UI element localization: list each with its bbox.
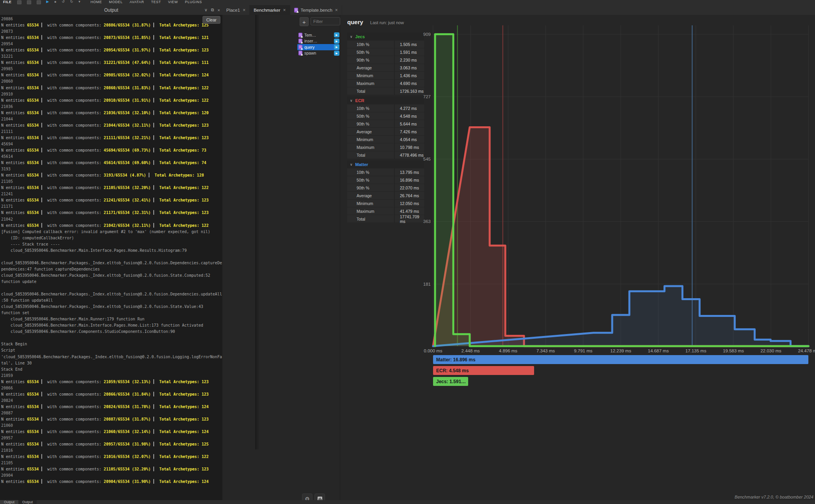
log-line: pendencies:47 function captureDependenci… <box>1 266 222 272</box>
log-text: N entities <box>1 198 27 202</box>
tab-close-icon[interactable]: × <box>243 7 245 13</box>
log-value: Total Archetypes: 123 <box>157 380 208 384</box>
redo-dropdown-icon[interactable]: ▾ <box>78 0 80 4</box>
output-panel-header[interactable]: Output ∨ ⧉ × <box>0 5 222 15</box>
log-value: 65534 <box>27 430 39 434</box>
add-benchmark-button[interactable]: + <box>300 17 309 26</box>
undo-icon[interactable]: ↺ <box>62 0 65 4</box>
popout-icon[interactable]: ⧉ <box>211 7 214 12</box>
stats-label: 10th % <box>347 104 394 112</box>
benchmark-item-label: Tem… <box>304 33 332 37</box>
filter-input[interactable] <box>311 17 340 25</box>
run-benchmark-button[interactable]: ▶ <box>334 39 339 44</box>
ribbon-menu-avatar[interactable]: AVATAR <box>130 0 144 4</box>
run-benchmark-button[interactable]: ▶ <box>334 51 339 56</box>
log-line: cloud_5853950046.Benchmarker.Packages._I… <box>1 260 222 266</box>
log-value: Total Archetypes: 122 <box>157 454 208 459</box>
run-benchmark-button[interactable]: ▶ <box>334 44 339 50</box>
benchmark-item-Tem[interactable]: Tem…▶ <box>297 32 339 38</box>
x-axis-label: 22.030 ms <box>760 348 781 353</box>
log-text: Stack End <box>1 367 22 371</box>
ribbon-menu-home[interactable]: HOME <box>91 0 102 4</box>
bottom-tab-output[interactable]: Output <box>0 500 18 504</box>
log-separator <box>153 35 154 40</box>
stats-value: 26.764 ms <box>394 192 424 199</box>
log-line: 21171 <box>1 203 222 210</box>
tab-place1[interactable]: Place1× <box>222 5 250 15</box>
stats-section-header-jecs[interactable]: ∨Jecs <box>347 33 424 41</box>
log-line: 21044 <box>1 116 222 122</box>
chevron-down-icon[interactable]: ∨ <box>350 163 353 166</box>
play-icon[interactable]: ▶ <box>46 0 49 4</box>
log-text: with common components: <box>45 186 104 190</box>
log-text: N entities <box>1 123 27 127</box>
log-text: N entities <box>1 186 27 190</box>
stats-section-header-matter[interactable]: ∨Matter <box>347 161 424 168</box>
stats-section-name: ECR <box>355 98 364 103</box>
chevron-down-icon[interactable]: ∨ <box>204 7 208 12</box>
log-value: Total Archetypes: 123 <box>157 198 208 202</box>
bottom-tab-output[interactable]: Output <box>18 500 37 504</box>
log-text: N entities <box>1 48 27 52</box>
stats-value: 1.591 ms <box>394 48 424 56</box>
benchmark-item-label: query <box>304 45 332 50</box>
benchmark-item-query[interactable]: query▶ <box>297 44 339 50</box>
stats-value: 12.050 ms <box>394 200 424 207</box>
log-text: with common components: <box>45 198 104 202</box>
ribbon-menu-plugins[interactable]: PLUGINS <box>185 0 202 4</box>
tab-template-bench[interactable]: Template.bench× <box>290 5 342 15</box>
benchmarker-plugin: + Tem…▶inser…▶query▶spawn▶ ⚙ query Last … <box>222 15 815 500</box>
tab-benchmarker[interactable]: Benchmarker× <box>250 5 290 15</box>
log-number: 20887 <box>1 411 13 415</box>
log-value: 20887/65534 (31.87%) <box>104 417 151 421</box>
chevron-down-icon[interactable]: ∨ <box>350 35 353 39</box>
log-value: 21044/65534 (32.11%) <box>104 123 151 127</box>
run-benchmark-button[interactable]: ▶ <box>334 32 339 37</box>
log-number: 21042 <box>1 217 13 221</box>
stats-value: 4.548 ms <box>394 112 424 120</box>
log-line: ---- Stack trace ---- <box>1 241 222 248</box>
studio-window: FILE ▶ ■ ↺ ↻ ▾ HOMEMODELAVATARTESTVIEWPL… <box>0 0 815 504</box>
benchmark-item-spawn[interactable]: spawn▶ <box>297 50 339 57</box>
output-log[interactable]: Clear 20886N entities 65534 with common … <box>0 15 222 500</box>
sidebar-divider <box>340 15 340 500</box>
log-line: N entities 65534 with common components:… <box>1 210 222 216</box>
x-axis-label: 0.000 ms <box>424 348 442 353</box>
close-icon[interactable]: × <box>218 8 220 12</box>
stats-row: Minimum12.050 ms <box>347 200 424 207</box>
paste-icon[interactable] <box>37 0 41 4</box>
log-text: N entities <box>1 392 27 396</box>
log-value: 20910/65534 (31.91%) <box>104 98 151 103</box>
log-separator <box>153 160 154 165</box>
stats-section-header-ecr[interactable]: ∨ECR <box>347 97 424 104</box>
stop-icon[interactable]: ■ <box>54 0 56 4</box>
log-separator <box>153 48 154 52</box>
log-text: with common components: <box>45 123 104 127</box>
log-text: [Fusion] Computed callback error: invali… <box>1 230 210 234</box>
log-number: 45694 <box>1 142 13 146</box>
ribbon-menu-test[interactable]: TEST <box>151 0 161 4</box>
ribbon-menu-model[interactable]: MODEL <box>109 0 123 4</box>
log-separator <box>153 454 154 459</box>
script-icon <box>298 33 302 37</box>
log-text: N entities <box>1 23 27 27</box>
redo-icon[interactable]: ↻ <box>70 0 73 4</box>
log-value: 65534 <box>27 210 39 215</box>
stats-value: 1726.163 ms <box>394 87 424 95</box>
stats-value: 7.426 ms <box>394 128 424 135</box>
copy-icon[interactable] <box>27 0 31 4</box>
log-text: function set <box>1 311 29 315</box>
tab-close-icon[interactable]: × <box>335 7 338 13</box>
stats-row: 90th %2.230 ms <box>347 56 424 64</box>
stats-label: 90th % <box>347 120 394 127</box>
clear-button[interactable]: Clear <box>202 16 220 24</box>
ribbon-menu-view[interactable]: VIEW <box>168 0 178 4</box>
tab-close-icon[interactable]: × <box>283 7 286 13</box>
log-text: with common components: <box>45 405 104 409</box>
log-text: N entities <box>1 73 27 77</box>
file-menu[interactable]: FILE <box>3 0 12 4</box>
clipboard-icon[interactable] <box>17 0 21 4</box>
benchmark-item-inser[interactable]: inser…▶ <box>297 38 339 44</box>
stats-section-name: Matter <box>355 162 368 167</box>
chevron-down-icon[interactable]: ∨ <box>350 99 353 103</box>
